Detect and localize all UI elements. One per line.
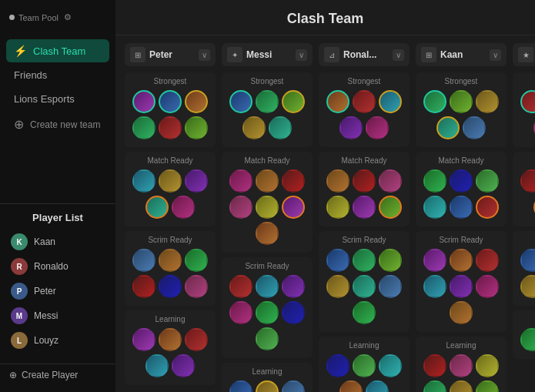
champion-icon[interactable]: [132, 169, 155, 193]
champion-icon[interactable]: [159, 275, 182, 298]
champion-icon[interactable]: [326, 196, 349, 219]
champion-icon[interactable]: [229, 301, 252, 324]
champion-icon[interactable]: [282, 380, 305, 392]
champion-icon[interactable]: [353, 354, 376, 377]
champion-icon[interactable]: [132, 116, 155, 139]
champion-icon[interactable]: [353, 169, 376, 193]
champion-icon[interactable]: [326, 275, 349, 298]
champion-icon[interactable]: [256, 380, 279, 392]
champion-icon[interactable]: [256, 196, 279, 219]
champion-icon[interactable]: [423, 354, 446, 377]
sidebar-item-friends[interactable]: Friends: [6, 64, 109, 86]
champion-icon[interactable]: [450, 196, 473, 219]
champion-icon[interactable]: [379, 249, 402, 272]
champion-icon[interactable]: [379, 354, 402, 377]
champion-icon[interactable]: [282, 169, 305, 193]
champion-icon[interactable]: [353, 196, 376, 219]
champion-icon[interactable]: [379, 275, 402, 298]
player-item[interactable]: M Messi: [9, 303, 106, 328]
champion-icon[interactable]: [366, 380, 389, 392]
champion-icon[interactable]: [185, 275, 208, 298]
champion-icon[interactable]: [450, 354, 473, 377]
champion-icon[interactable]: [353, 275, 376, 298]
champion-icon[interactable]: [185, 116, 208, 139]
champion-icon[interactable]: [353, 301, 376, 324]
champion-icon[interactable]: [282, 301, 305, 324]
champion-icon[interactable]: [450, 380, 473, 392]
champion-icon[interactable]: [423, 380, 446, 392]
champion-icon[interactable]: [436, 116, 460, 139]
champion-icon[interactable]: [229, 380, 252, 392]
champion-icon[interactable]: [282, 275, 305, 298]
champion-icon[interactable]: [145, 196, 169, 219]
sidebar-item-clash-team[interactable]: ⚡ Clash Team: [6, 39, 109, 62]
champion-icon[interactable]: [159, 169, 182, 193]
champion-icon[interactable]: [423, 249, 446, 272]
champion-icon[interactable]: [379, 90, 402, 113]
champion-icon[interactable]: [256, 169, 279, 193]
champion-icon[interactable]: [326, 249, 349, 272]
champion-icon[interactable]: [229, 275, 252, 298]
champion-icon[interactable]: [520, 169, 535, 193]
champion-icon[interactable]: [353, 90, 376, 113]
create-player-button[interactable]: ⊕ Create Player: [0, 364, 115, 386]
col-dropdown[interactable]: ∨: [296, 49, 307, 61]
champion-icon[interactable]: [379, 169, 402, 193]
champion-icon[interactable]: [476, 275, 499, 298]
champion-icon[interactable]: [476, 380, 499, 392]
champion-icon[interactable]: [423, 169, 446, 193]
champion-icon[interactable]: [159, 116, 182, 139]
col-dropdown[interactable]: ∨: [199, 49, 210, 61]
champion-icon[interactable]: [366, 116, 389, 139]
champion-icon[interactable]: [256, 301, 279, 324]
champion-icon[interactable]: [185, 249, 208, 272]
champion-icon[interactable]: [450, 301, 473, 324]
champion-icon[interactable]: [450, 90, 473, 113]
col-dropdown[interactable]: ∨: [490, 49, 501, 61]
champion-icon[interactable]: [132, 275, 155, 298]
champion-icon[interactable]: [476, 169, 499, 193]
champion-icon[interactable]: [132, 249, 155, 272]
champion-icon[interactable]: [423, 90, 446, 113]
champion-icon[interactable]: [159, 90, 182, 113]
champion-icon[interactable]: [326, 169, 349, 193]
champion-icon[interactable]: [353, 249, 376, 272]
champion-icon[interactable]: [450, 169, 473, 193]
champion-icon[interactable]: [326, 90, 349, 113]
player-item[interactable]: L Louyz: [9, 328, 106, 353]
champion-icon[interactable]: [326, 354, 349, 377]
champion-icon[interactable]: [185, 90, 208, 113]
player-item[interactable]: R Ronaldo: [9, 254, 106, 279]
champion-icon[interactable]: [520, 328, 535, 351]
champion-icon[interactable]: [450, 249, 473, 272]
champion-icon[interactable]: [256, 90, 279, 113]
champion-icon[interactable]: [476, 249, 499, 272]
champion-icon[interactable]: [282, 196, 305, 219]
champion-icon[interactable]: [476, 196, 499, 219]
champion-icon[interactable]: [520, 249, 535, 272]
champion-icon[interactable]: [476, 354, 499, 377]
champion-icon[interactable]: [339, 116, 363, 139]
champion-icon[interactable]: [379, 196, 402, 219]
champion-icon[interactable]: [172, 354, 195, 377]
col-dropdown[interactable]: ∨: [393, 49, 404, 61]
champion-icon[interactable]: [423, 275, 446, 298]
champion-icon[interactable]: [132, 328, 155, 351]
champion-icon[interactable]: [242, 116, 266, 139]
champion-icon[interactable]: [229, 196, 252, 219]
champion-icon[interactable]: [476, 90, 499, 113]
champion-icon[interactable]: [145, 354, 169, 377]
champion-icon[interactable]: [269, 116, 292, 139]
champion-icon[interactable]: [159, 328, 182, 351]
champion-icon[interactable]: [463, 116, 486, 139]
champion-icon[interactable]: [520, 90, 535, 113]
player-item[interactable]: K Kaan: [9, 230, 106, 254]
champion-icon[interactable]: [159, 249, 182, 272]
champion-icon[interactable]: [339, 380, 363, 392]
champion-icon[interactable]: [520, 275, 535, 298]
champion-icon[interactable]: [256, 222, 279, 245]
champion-icon[interactable]: [256, 275, 279, 298]
champion-icon[interactable]: [450, 275, 473, 298]
champion-icon[interactable]: [229, 90, 252, 113]
champion-icon[interactable]: [185, 169, 208, 193]
